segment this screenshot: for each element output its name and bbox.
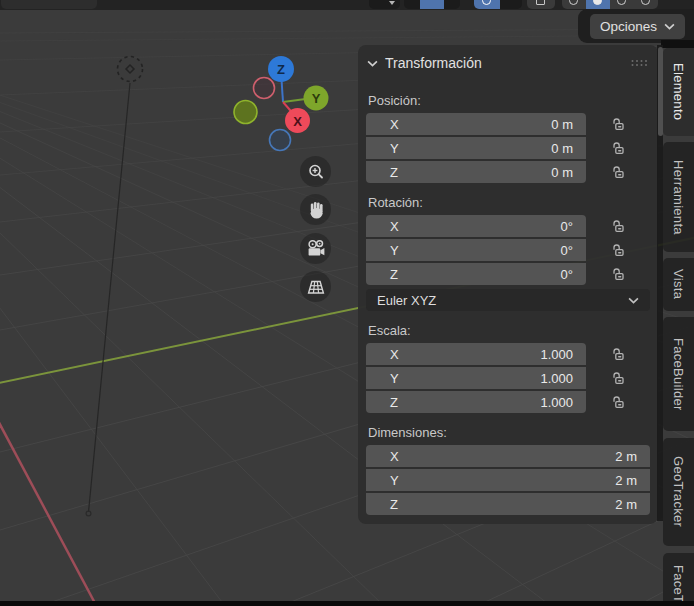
rotation-mode-value: Euler XYZ xyxy=(377,293,628,308)
dimensions-x-field[interactable]: X 2 m xyxy=(366,445,650,467)
zoom-icon xyxy=(305,161,327,183)
snap-active-segment xyxy=(420,0,444,9)
options-button[interactable]: Opciones xyxy=(590,14,685,39)
options-button-label: Opciones xyxy=(600,19,657,34)
sidebar-scrollbar-thumb[interactable] xyxy=(658,47,663,136)
axis-label: X xyxy=(390,219,561,234)
sidebar-tab-herramienta[interactable]: Herramienta xyxy=(663,142,694,252)
overlays-icon xyxy=(536,0,545,5)
camera-view-icon xyxy=(305,238,327,260)
rotation-z-field[interactable]: Z 0° xyxy=(366,263,586,285)
transform-orientation-dropdown[interactable] xyxy=(369,0,400,9)
position-y-field[interactable]: Y 0 m xyxy=(366,137,586,159)
field-value: 2 m xyxy=(615,497,637,512)
rotation-y-lock-button[interactable] xyxy=(611,243,626,258)
open-padlock-icon xyxy=(611,371,626,386)
axis-label: Z xyxy=(390,395,540,410)
position-z-lock-button[interactable] xyxy=(611,165,626,180)
tab-label: Elemento xyxy=(671,63,686,120)
sidebar-tab-facetracker[interactable]: FaceTracker xyxy=(663,553,694,606)
position-x-field[interactable]: X 0 m xyxy=(366,113,586,135)
axis-label: X xyxy=(390,117,551,132)
sidebar-tab-geotracker[interactable]: GeoTracker xyxy=(663,438,694,546)
open-padlock-icon xyxy=(611,243,626,258)
tab-label: Herramienta xyxy=(671,160,686,235)
gizmo-neg-z-ball[interactable] xyxy=(270,130,291,151)
open-padlock-icon xyxy=(611,117,626,132)
panel-title: Transformación xyxy=(385,55,630,71)
field-value: 0° xyxy=(561,267,573,282)
sidebar-tab-vista[interactable]: Vista xyxy=(663,258,694,311)
axis-label: Y xyxy=(390,371,540,386)
field-value: 0 m xyxy=(551,141,573,156)
dimensions-y-field[interactable]: Y 2 m xyxy=(366,469,650,491)
tab-label: Vista xyxy=(671,269,686,299)
rotation-y-field[interactable]: Y 0° xyxy=(366,239,586,261)
perspective-toggle-button[interactable] xyxy=(300,271,331,302)
sidebar-tab-elemento[interactable]: Elemento xyxy=(663,48,694,136)
tab-label: FaceBuilder xyxy=(671,338,686,411)
navigation-gizmo[interactable]: Z Y X xyxy=(228,48,340,158)
snap-toggle-group[interactable] xyxy=(404,0,460,9)
field-value: 0 m xyxy=(551,165,573,180)
blender-window: Opciones Z Y X xyxy=(0,0,694,606)
wireframe-shading-icon xyxy=(569,0,578,5)
open-padlock-icon xyxy=(611,395,626,410)
scale-z-field[interactable]: Z 1.000 xyxy=(366,391,586,413)
scale-y-lock-button[interactable] xyxy=(611,371,626,386)
gizmo-x-label: X xyxy=(293,114,302,129)
gizmo-neg-y-ball[interactable] xyxy=(234,101,257,124)
overlays-button[interactable] xyxy=(527,0,555,9)
scale-section-label: Escala: xyxy=(368,323,648,338)
panel-collapse-chevron-icon xyxy=(367,60,378,67)
proportional-edit-group[interactable] xyxy=(474,0,522,9)
rotation-z-lock-button[interactable] xyxy=(611,267,626,282)
rotation-field-group: X 0° Y 0° xyxy=(366,215,650,285)
scale-field-group: X 1.000 Y 1.000 xyxy=(366,343,650,413)
field-value: 1.000 xyxy=(540,347,573,362)
panel-drag-handle-icon[interactable] xyxy=(630,58,648,68)
sidebar-tab-facebuilder[interactable]: FaceBuilder xyxy=(663,317,694,431)
axis-label: Y xyxy=(390,473,615,488)
zoom-button[interactable] xyxy=(300,156,331,187)
open-padlock-icon xyxy=(611,141,626,156)
gizmo-y-label: Y xyxy=(312,91,321,106)
rotation-x-lock-button[interactable] xyxy=(611,219,626,234)
position-x-lock-button[interactable] xyxy=(611,117,626,132)
rotation-section-label: Rotación: xyxy=(368,195,648,210)
field-value: 1.000 xyxy=(540,395,573,410)
header-options-container: Opciones xyxy=(578,9,694,43)
position-section-label: Posición: xyxy=(368,93,648,108)
material-shading-icon xyxy=(617,0,626,5)
tab-label: GeoTracker xyxy=(671,456,686,527)
scale-x-field[interactable]: X 1.000 xyxy=(366,343,586,365)
field-value: 1.000 xyxy=(540,371,573,386)
rotation-mode-dropdown[interactable]: Euler XYZ xyxy=(366,289,650,311)
axis-label: Y xyxy=(390,141,551,156)
gizmo-neg-x-ball[interactable] xyxy=(254,78,275,99)
axis-label: Y xyxy=(390,243,561,258)
dimensions-field-group: X 2 m Y 2 m Z 2 m xyxy=(366,445,650,515)
header-button-fragment[interactable] xyxy=(1,0,97,9)
axis-label: Z xyxy=(390,165,551,180)
tab-column-corner xyxy=(661,40,694,48)
scale-y-field[interactable]: Y 1.000 xyxy=(366,367,586,389)
field-value: 2 m xyxy=(615,449,637,464)
position-y-lock-button[interactable] xyxy=(611,141,626,156)
gizmo-z-label: Z xyxy=(277,62,285,77)
position-z-field[interactable]: Z 0 m xyxy=(366,161,586,183)
scale-z-lock-button[interactable] xyxy=(611,395,626,410)
scale-x-lock-button[interactable] xyxy=(611,347,626,362)
transform-panel-header[interactable]: Transformación xyxy=(358,45,658,81)
rotation-x-field[interactable]: X 0° xyxy=(366,215,586,237)
dimensions-z-field[interactable]: Z 2 m xyxy=(366,493,650,515)
perspective-grid-icon xyxy=(305,276,327,298)
tab-label: FaceTracker xyxy=(671,565,686,606)
axis-label: Z xyxy=(390,267,561,282)
camera-view-button[interactable] xyxy=(300,233,331,264)
pan-button[interactable] xyxy=(300,194,331,225)
shading-mode-group[interactable] xyxy=(562,0,658,9)
dropdown-arrow-icon xyxy=(389,1,395,5)
open-padlock-icon xyxy=(611,267,626,282)
field-value: 0° xyxy=(561,243,573,258)
